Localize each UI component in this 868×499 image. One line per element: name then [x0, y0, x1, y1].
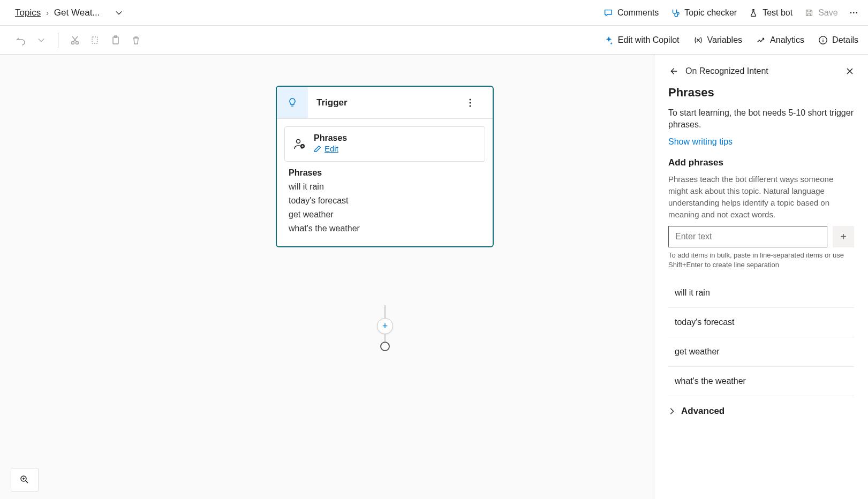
- connector-line: [384, 305, 386, 318]
- panel-back-button[interactable]: [668, 66, 678, 76]
- svg-rect-3: [92, 37, 97, 43]
- more-menu-button[interactable]: ···: [850, 8, 858, 18]
- trigger-node[interactable]: Trigger Phrases Edit: [276, 86, 494, 247]
- advanced-section-toggle[interactable]: Advanced: [668, 396, 854, 417]
- variables-button[interactable]: Variables: [693, 35, 743, 45]
- trigger-phrase-item: today's forecast: [289, 194, 481, 208]
- phrase-list-item[interactable]: will it rain: [668, 278, 854, 308]
- comments-label: Comments: [617, 8, 659, 18]
- copy-button[interactable]: [89, 34, 101, 46]
- input-hint: To add items in bulk, paste in line-sepa…: [668, 251, 854, 270]
- sparkle-icon: [604, 35, 614, 45]
- add-node-button[interactable]: +: [377, 318, 393, 334]
- top-bar: Topics › Get Weat... Comments Topic chec…: [0, 0, 868, 26]
- save-label: Save: [818, 8, 837, 18]
- trigger-phrase-item: what's the weather: [289, 222, 481, 236]
- trigger-phrase-item: will it rain: [289, 180, 481, 194]
- node-menu-button[interactable]: [469, 99, 493, 107]
- breadcrumb-root[interactable]: Topics: [15, 7, 41, 18]
- save-button: Save: [804, 8, 837, 18]
- svg-point-9: [470, 105, 471, 107]
- paste-button[interactable]: [110, 34, 122, 46]
- edit-copilot-label: Edit with Copilot: [618, 35, 680, 45]
- svg-point-8: [470, 102, 471, 103]
- test-bot-label: Test bot: [763, 8, 792, 18]
- panel-help-text: To start learning, the bot needs 5-10 sh…: [668, 107, 854, 131]
- details-button[interactable]: Details: [818, 35, 858, 45]
- breadcrumb: Topics › Get Weat...: [15, 7, 123, 18]
- svg-point-10: [297, 139, 300, 143]
- svg-point-7: [470, 99, 471, 100]
- topic-checker-button[interactable]: Topic checker: [670, 8, 737, 18]
- panel-close-button[interactable]: [846, 67, 854, 75]
- details-label: Details: [832, 35, 858, 45]
- analytics-button[interactable]: Analytics: [756, 35, 804, 45]
- person-chat-icon: [292, 137, 306, 151]
- panel-title: On Recognized Intent: [685, 66, 838, 76]
- top-actions: Comments Topic checker Test bot Save ···: [603, 8, 858, 18]
- svg-point-0: [677, 12, 680, 14]
- phrase-list-item[interactable]: what's the weather: [668, 367, 854, 396]
- chevron-right-icon: ›: [46, 9, 49, 17]
- analytics-label: Analytics: [770, 35, 804, 45]
- undo-history-button[interactable]: [35, 34, 47, 46]
- svg-rect-4: [113, 37, 118, 44]
- add-phrase-button[interactable]: +: [833, 226, 854, 247]
- test-bot-button[interactable]: Test bot: [749, 8, 792, 18]
- phrases-label: Phrases: [314, 133, 347, 143]
- chevron-right-icon: [668, 407, 676, 415]
- end-node: [380, 342, 390, 351]
- zoom-button[interactable]: [11, 468, 39, 492]
- edit-label: Edit: [324, 144, 338, 153]
- trigger-phrase-item: get weather: [289, 208, 481, 222]
- edit-copilot-button[interactable]: Edit with Copilot: [604, 35, 680, 45]
- canvas[interactable]: Trigger Phrases Edit: [0, 55, 654, 499]
- comment-icon: [603, 8, 613, 18]
- info-icon: [818, 35, 828, 45]
- stethoscope-icon: [670, 8, 680, 18]
- trigger-title: Trigger: [308, 97, 469, 108]
- add-phrases-heading: Add phrases: [668, 157, 854, 168]
- writing-tips-link[interactable]: Show writing tips: [668, 137, 733, 147]
- undo-button[interactable]: [15, 34, 27, 46]
- phrase-list-item[interactable]: today's forecast: [668, 308, 854, 337]
- save-icon: [804, 8, 814, 18]
- edit-phrases-link[interactable]: Edit: [314, 144, 338, 153]
- phrase-input[interactable]: [668, 226, 827, 247]
- phrase-list-header: Phrases: [289, 168, 481, 178]
- variables-icon: [693, 35, 703, 45]
- properties-panel: On Recognized Intent Phrases To start le…: [654, 55, 868, 499]
- delete-button[interactable]: [130, 34, 142, 46]
- chart-icon: [756, 35, 766, 45]
- topic-checker-label: Topic checker: [684, 8, 737, 18]
- cut-button[interactable]: [69, 34, 81, 46]
- edit-toolbar: Edit with Copilot Variables Analytics De…: [0, 26, 868, 55]
- variables-label: Variables: [707, 35, 743, 45]
- toolbar-separator: [58, 33, 58, 48]
- advanced-label: Advanced: [681, 406, 724, 417]
- comments-button[interactable]: Comments: [603, 8, 659, 18]
- phrases-summary[interactable]: Phrases Edit: [284, 126, 485, 162]
- breadcrumb-current: Get Weat...: [54, 7, 100, 18]
- add-phrases-help: Phrases teach the bot different ways som…: [668, 173, 854, 221]
- chevron-down-icon[interactable]: [115, 9, 123, 17]
- panel-heading: Phrases: [668, 86, 854, 100]
- lightbulb-icon: [277, 87, 308, 118]
- flask-icon: [749, 8, 758, 18]
- phrase-list-item[interactable]: get weather: [668, 337, 854, 367]
